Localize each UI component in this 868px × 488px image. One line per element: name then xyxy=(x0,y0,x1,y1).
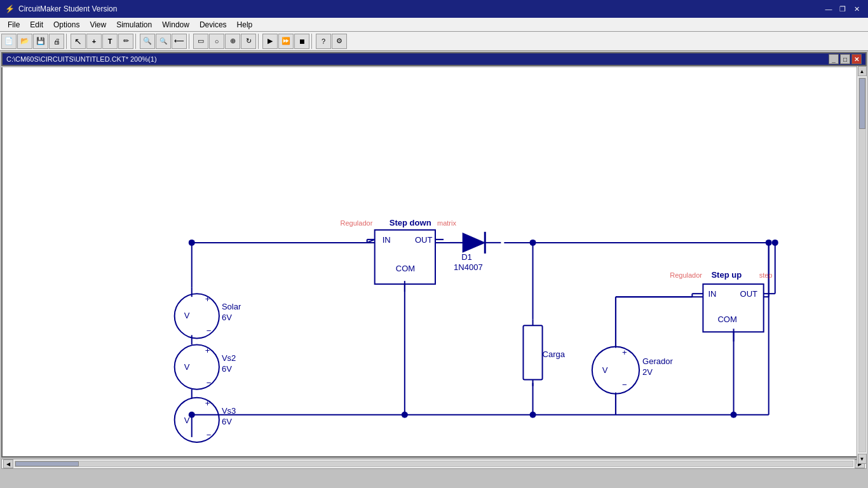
toolbar-separator-3 xyxy=(189,34,191,49)
stepup-red-label2: step xyxy=(759,271,773,279)
v2-minus: − xyxy=(207,378,212,388)
tool-text[interactable]: T xyxy=(102,34,118,49)
stepup-in-label: IN xyxy=(708,289,716,299)
h-scrollbar-thumb[interactable] xyxy=(15,461,79,466)
tool-draw[interactable]: ✏ xyxy=(118,34,133,49)
v1-minus: − xyxy=(207,326,212,336)
stepup-out-label: OUT xyxy=(740,289,758,299)
tool-new[interactable]: 📄 xyxy=(1,34,17,49)
svg-point-15 xyxy=(529,240,536,246)
carga-label: Carga xyxy=(543,349,566,359)
sub-maximize[interactable]: □ xyxy=(840,54,850,64)
v2-label: Vs2 xyxy=(222,353,236,363)
tool-component[interactable]: ⊕ xyxy=(225,34,240,49)
stepup-red-label1: Regulador xyxy=(670,271,702,279)
v2-symbol: V xyxy=(184,362,190,372)
svg-point-56 xyxy=(772,240,778,246)
d1-label: D1 xyxy=(461,252,472,262)
menu-simulation[interactable]: Simulation xyxy=(111,18,157,32)
tool-sim1[interactable]: ▶ xyxy=(262,34,278,49)
toolbar-separator-4 xyxy=(258,34,261,49)
stepdown-red-label2: matrix xyxy=(437,219,456,227)
sub-close[interactable]: ✕ xyxy=(851,54,862,64)
tool-add[interactable]: + xyxy=(86,34,102,49)
v3-value: 6V xyxy=(222,417,232,426)
circuit-svg: IN OUT COM Regulador Step down matrix D1… xyxy=(3,67,865,456)
menu-window[interactable]: Window xyxy=(157,18,194,32)
svg-point-16 xyxy=(529,412,536,418)
stepdown-red-label1: Regulador xyxy=(341,219,373,227)
scroll-left-button[interactable]: ◀ xyxy=(3,459,13,468)
sub-window-title: C:\CM60S\CIRCUITS\UNTITLED.CKT* 200%(1) xyxy=(6,55,157,63)
stepup-com-label: COM xyxy=(717,315,736,324)
circuit-canvas[interactable]: IN OUT COM Regulador Step down matrix D1… xyxy=(1,67,867,458)
stepdown-label: Step down xyxy=(390,218,431,227)
title-bar: ⚡ CircuitMaker Student Version — ❐ ✕ xyxy=(0,0,868,18)
tool-sim3[interactable]: ⏹ xyxy=(294,34,309,49)
title-bar-left: ⚡ CircuitMaker Student Version xyxy=(5,4,117,13)
toolbar-separator-1 xyxy=(66,34,69,49)
svg-rect-0 xyxy=(4,67,864,456)
scroll-up-button[interactable]: ▲ xyxy=(858,66,867,76)
svg-point-26 xyxy=(731,412,737,418)
toolbar-separator-5 xyxy=(311,34,314,49)
tool-ellipse[interactable]: ○ xyxy=(209,34,224,49)
tool-back[interactable]: ⟵ xyxy=(172,34,187,49)
tool-sim2[interactable]: ⏩ xyxy=(278,34,294,49)
h-scrollbar-track[interactable] xyxy=(15,461,853,467)
v3-minus: − xyxy=(207,430,212,440)
sub-window-header: C:\CM60S\CIRCUITS\UNTITLED.CKT* 200%(1) … xyxy=(1,52,867,66)
tool-settings[interactable]: ⚙ xyxy=(332,34,347,49)
v-scrollbar-track[interactable] xyxy=(858,78,866,452)
toolbar: 📄 📂 💾 🖨 ↖ + T ✏ 🔍 🔍 ⟵ ▭ ○ ⊕ ↻ ▶ ⏩ ⏹ ? ⚙ xyxy=(0,32,868,51)
menu-devices[interactable]: Devices xyxy=(194,18,232,32)
stepdown-com-label: COM xyxy=(396,264,415,273)
vgen-minus: − xyxy=(622,380,627,390)
vgen-label: Gerador xyxy=(642,356,673,366)
v1-plus: + xyxy=(205,294,210,304)
vgen-plus: + xyxy=(622,348,627,357)
horizontal-scrollbar[interactable]: ◀ ▶ xyxy=(1,459,867,469)
svg-point-17 xyxy=(402,412,408,418)
tool-print[interactable]: 🖨 xyxy=(49,34,64,49)
menu-view[interactable]: View xyxy=(85,18,111,32)
vertical-scrollbar[interactable]: ▲ ▼ xyxy=(857,66,867,464)
v1-value: 6V xyxy=(222,313,232,322)
v1-symbol: V xyxy=(184,311,190,320)
svg-text:OUT: OUT xyxy=(415,235,433,245)
svg-point-24 xyxy=(766,240,772,246)
svg-text:IN: IN xyxy=(383,235,391,245)
menu-help[interactable]: Help xyxy=(232,18,258,32)
vgen-value: 2V xyxy=(642,367,653,377)
sub-header-controls: _ □ ✕ xyxy=(829,54,862,64)
scroll-down-button[interactable]: ▼ xyxy=(858,454,867,464)
menu-edit[interactable]: Edit xyxy=(25,18,48,32)
v3-plus: + xyxy=(205,398,210,408)
menu-file[interactable]: File xyxy=(3,18,25,32)
tool-zoom-out[interactable]: 🔍 xyxy=(156,34,171,49)
tool-zoom-in[interactable]: 🔍 xyxy=(140,34,155,49)
sub-minimize[interactable]: _ xyxy=(829,54,839,64)
v-scrollbar-thumb[interactable] xyxy=(859,78,865,129)
v2-plus: + xyxy=(205,346,210,355)
title-bar-controls: — ❐ ✕ xyxy=(822,3,863,15)
tool-open[interactable]: 📂 xyxy=(17,34,32,49)
app-icon: ⚡ xyxy=(5,4,15,13)
app-title: CircuitMaker Student Version xyxy=(18,4,117,13)
v2-value: 6V xyxy=(222,364,232,374)
tool-rotate[interactable]: ↻ xyxy=(241,34,256,49)
close-button[interactable]: ✕ xyxy=(850,3,863,15)
svg-point-55 xyxy=(189,412,195,418)
maximize-button[interactable]: ❐ xyxy=(836,3,849,15)
minimize-button[interactable]: — xyxy=(822,3,835,15)
toolbar-separator-2 xyxy=(135,34,138,49)
menu-options[interactable]: Options xyxy=(48,18,85,32)
tool-rect[interactable]: ▭ xyxy=(193,34,208,49)
stepup-label: Step up xyxy=(711,270,742,280)
tool-select[interactable]: ↖ xyxy=(71,34,86,49)
d1-value: 1N4007 xyxy=(454,262,483,272)
svg-point-18 xyxy=(189,240,195,246)
v3-symbol: V xyxy=(184,416,190,425)
tool-save[interactable]: 💾 xyxy=(33,34,48,49)
tool-help[interactable]: ? xyxy=(316,34,331,49)
